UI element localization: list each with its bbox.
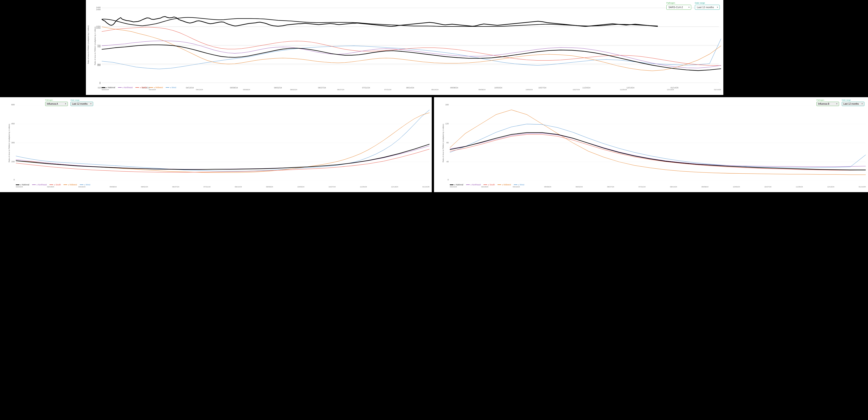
chart-br-controls: Pathogen Influenza B Date range Last 12 … [816, 99, 864, 106]
legend-midwest-bl: ⬧ Midwest [64, 184, 77, 186]
legend-national-top: ⬧ National [102, 86, 115, 89]
legend-northeast-top: ⬧ Northeast [118, 86, 133, 89]
west-line-br [450, 124, 866, 168]
chart-lines-bl [16, 105, 430, 181]
pathogen-br-select-wrapper[interactable]: Influenza B [816, 101, 839, 106]
x-tick-1027: 10/27/24 [573, 89, 580, 93]
northeast-line-top [102, 41, 721, 68]
chart-lines-br [450, 105, 866, 181]
legend-northeast-line [118, 87, 122, 88]
y-br-120: 120 [445, 122, 449, 125]
black-panel-right [723, 0, 868, 97]
date-br-group: Date range Last 12 months [842, 99, 864, 106]
legend-northeast-label: ⬧ Northeast [122, 86, 133, 89]
legend-south-bl: ⬧ South [50, 184, 61, 186]
legend-bl: ⬧ National ⬧ Northeast ⬧ South ⬧ Midwest… [16, 184, 90, 186]
national-line-br [450, 132, 866, 170]
date-br-select-wrapper[interactable]: Last 12 months [842, 101, 864, 106]
pathogen-bl-select[interactable]: Influenza A [45, 102, 68, 106]
northeast-line-br [450, 133, 866, 167]
date-range-select-top[interactable]: Last 12 months [695, 5, 720, 10]
legend-west-bl: ⬧ West [80, 184, 90, 186]
legend-west-br: ⬧ West [514, 184, 524, 186]
y-br-40: 40 [446, 160, 449, 163]
pathogen-bl-group: Pathogen Influenza A [45, 99, 68, 106]
x-tick-0319: 03/19/24 [149, 89, 156, 93]
national-line-top2 [102, 45, 721, 70]
black-panel-bottom [0, 192, 868, 420]
y-bl-300: 300 [11, 142, 15, 144]
legend-west-top: ⬧ West [166, 86, 176, 89]
date-select-wrapper[interactable]: Last 12 months [695, 5, 720, 10]
date-range-control-group: Date range Last 12 months [695, 2, 720, 10]
y-bl-0: 0 [13, 179, 15, 181]
y-br-160: 160 [445, 103, 449, 106]
midwest-line-top [102, 27, 721, 71]
y-axis-label-top2: Ratio of virus to PMMoV (multiplied by 1… [94, 23, 96, 68]
pathogen-br-label: Pathogen [816, 99, 839, 101]
legend-northeast-br: ⬧ Northeast [466, 184, 481, 186]
legend-national-line [102, 87, 105, 88]
legend-midwest-label: ⬧ Midwest [154, 86, 163, 89]
x-axis-br: 02/23/24 03/19/24 04/13/24 05/08/24 06/0… [450, 186, 866, 190]
chart-plot-area-top [102, 8, 721, 84]
legend-midwest-top: ⬧ Midwest [149, 86, 163, 89]
legend-national-br: ⬧ National [450, 184, 463, 186]
pathogen-br-group: Pathogen Influenza B [816, 99, 839, 106]
legend-midwest-br: ⬧ Midwest [498, 184, 511, 186]
y-tick-700: 700 [97, 44, 101, 47]
legend-br: ⬧ National ⬧ Northeast ⬧ South ⬧ Midwest… [450, 184, 524, 186]
legend-west-label: ⬧ West [170, 86, 176, 89]
black-panel-left [0, 0, 86, 97]
pathogen-br-select[interactable]: Influenza B [816, 102, 839, 106]
y-bl-150: 150 [11, 160, 15, 163]
legend-south-top: ⬧ South [135, 86, 147, 89]
legend-south-label: ⬧ South [140, 86, 147, 89]
chart-influenza-a: Pathogen Influenza A Date range Last 12 … [0, 97, 432, 192]
chart-lines-top [102, 8, 721, 84]
date-bl-group: Date range Last 12 months [70, 99, 93, 106]
x-axis-bl: 02/23/24 03/19/24 04/13/24 05/08/24 06/0… [16, 186, 430, 190]
pathogen-select-top[interactable]: SARS-CoV-2 [666, 5, 691, 10]
pathogen-label: Pathogen [666, 2, 691, 4]
date-bl-select[interactable]: Last 12 months [70, 102, 93, 106]
pathogen-bl-select-wrapper[interactable]: Influenza A [45, 101, 68, 106]
date-br-label: Date range [842, 99, 864, 101]
x-tick-0908: 09/08/24 [478, 89, 486, 93]
date-bl-select-wrapper[interactable]: Last 12 months [70, 101, 93, 106]
y-axis-bl: 600 450 300 150 0 Ratio of virus to PMMo… [2, 105, 16, 181]
y-bl-450: 450 [11, 122, 15, 125]
pathogen-select-wrapper[interactable]: SARS-CoV-2 [666, 5, 691, 10]
x-tick-0508: 05/08/24 [243, 89, 250, 93]
chart-bl-controls: Pathogen Influenza A Date range Last 12 … [45, 99, 93, 106]
west-line-top [102, 39, 721, 69]
y-br-0: 0 [447, 179, 449, 181]
date-br-select[interactable]: Last 12 months [842, 102, 864, 106]
y-br-80: 80 [446, 142, 449, 144]
pathogen-bl-label: Pathogen [45, 99, 68, 101]
x-tick-0814: 08/14/24 [432, 89, 438, 93]
y-tick-0: 0 [99, 81, 101, 84]
legend-national-bl: ⬧ National [16, 184, 29, 186]
chart-plot-area-bl [16, 105, 430, 181]
legend-south-line [135, 87, 139, 88]
y-tick-1400: 1400 [96, 6, 101, 8]
y-tick-350: 350 [97, 63, 101, 65]
y-axis-label-br: Ratio of virus to PMMoV (multiplied by 1… [442, 120, 444, 166]
legend-south-br: ⬧ South [484, 184, 495, 186]
x-tick-1003: 10/03/24 [526, 89, 532, 93]
legend-top: ⬧ National ⬧ Northeast ⬧ South ⬧ Midwest… [102, 86, 176, 89]
south-line-br [450, 134, 866, 170]
x-tick-1213: 12/13/24 [667, 89, 674, 93]
midwest-line-br [450, 110, 866, 175]
midwest-line-bl [16, 113, 430, 173]
x-tick-0413: 04/13/24 [196, 89, 203, 93]
x-tick-0114: 01/14/25 [714, 89, 721, 93]
x-axis-container-top: 02/23/24 03/19/24 04/13/24 05/08/24 06/0… [102, 89, 721, 93]
y-axis-br: 160 120 80 40 0 Ratio of virus to PMMoV … [436, 105, 450, 181]
y-tick-1050: 1050 [96, 25, 101, 28]
chart-top-controls: Pathogen SARS-CoV-2 Date range Last 12 m… [666, 2, 720, 10]
date-bl-label: Date range [70, 99, 93, 101]
x-tick-0602: 06/02/24 [290, 89, 297, 93]
x-tick-0627: 06/27/24 [337, 89, 344, 93]
